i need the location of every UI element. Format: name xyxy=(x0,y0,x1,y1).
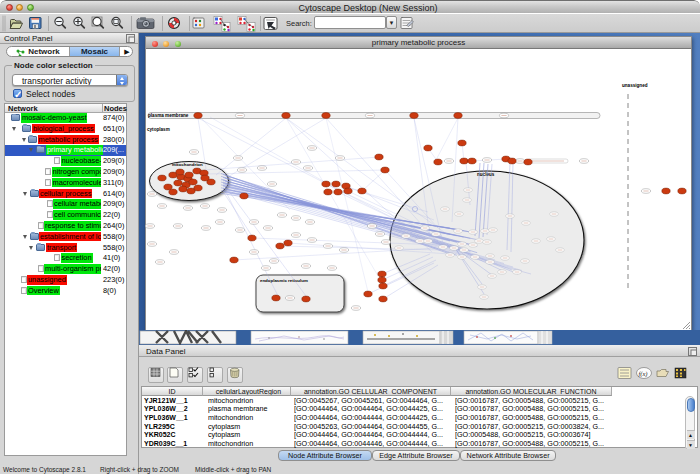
svg-text:endoplasmic reticulum: endoplasmic reticulum xyxy=(260,278,308,283)
svg-text:f(x): f(x) xyxy=(639,370,648,378)
svg-text:mitochondrion: mitochondrion xyxy=(172,162,203,167)
svg-text:unassigned: unassigned xyxy=(622,83,648,88)
svg-text:plasma membrane: plasma membrane xyxy=(148,113,189,118)
svg-text:cytoplasm: cytoplasm xyxy=(147,127,170,132)
svg-text:nucleus: nucleus xyxy=(477,172,495,177)
